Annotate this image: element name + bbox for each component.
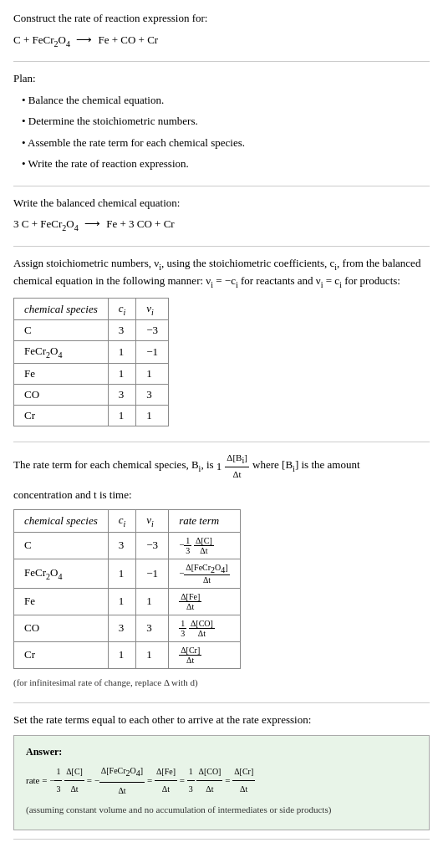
header-title: Construct the rate of reaction expressio… — [13, 10, 430, 27]
table-row: Cr 1 1 — [14, 406, 169, 426]
rt-rate-Cr: Δ[Cr]Δt — [169, 641, 241, 668]
stoich-col-vi: νi — [136, 298, 169, 320]
rt-species-Cr: Cr — [14, 641, 109, 668]
rt-species-FeCr2O4: FeCr2O4 — [14, 559, 109, 588]
rt-species-C: C — [14, 532, 109, 559]
table-row: FeCr2O4 1 −1 −Δ[FeCr2O4]Δt — [14, 559, 241, 588]
ci-CO: 3 — [108, 385, 136, 406]
plan-section: Plan: • Balance the chemical equation. •… — [13, 70, 430, 186]
set-equal-text: Set the rate terms equal to each other t… — [13, 712, 430, 728]
rt-col-vi: νi — [136, 510, 169, 533]
rt-vi-Cr: 1 — [136, 641, 169, 668]
rt-ci-Fe: 1 — [108, 588, 136, 615]
plan-step-4: • Write the rate of reaction expression. — [13, 156, 430, 172]
rt-col-ci: ci — [108, 510, 136, 533]
rt-rate-CO: 13 Δ[CO]Δt — [169, 615, 241, 641]
stoich-col-ci: ci — [108, 298, 136, 320]
ci-Fe: 1 — [108, 364, 136, 385]
ci-Cr: 1 — [108, 406, 136, 426]
balanced-title: Write the balanced chemical equation: — [13, 195, 430, 212]
rt-col-rate: rate term — [169, 510, 241, 533]
rt-col-species: chemical species — [14, 510, 109, 533]
rt-rate-Fe: Δ[Fe]Δt — [169, 588, 241, 615]
plan-step-1: • Balance the chemical equation. — [13, 92, 430, 109]
table-row: CO 3 3 — [14, 385, 169, 406]
answer-box: Answer: rate = −13 Δ[C]Δt = −Δ[FeCr2O4]Δ… — [13, 735, 430, 831]
vi-FeCr2O4: −1 — [136, 341, 169, 364]
rate-terms-table: chemical species ci νi rate term C 3 −3 … — [13, 509, 241, 669]
rt-vi-CO: 3 — [136, 615, 169, 641]
answer-expression: rate = −13 Δ[C]Δt = −Δ[FeCr2O4]Δt = Δ[Fe… — [26, 763, 417, 799]
plan-step-3: • Assemble the rate term for each chemic… — [13, 135, 430, 151]
vi-Fe: 1 — [136, 364, 169, 385]
stoich-intro: Assign stoichiometric numbers, νi, using… — [13, 255, 430, 291]
table-row: FeCr2O4 1 −1 — [14, 341, 169, 364]
rt-rate-FeCr2O4: −Δ[FeCr2O4]Δt — [169, 559, 241, 588]
stoich-table: chemical species ci νi C 3 −3 FeCr2O4 1 … — [13, 298, 169, 426]
vi-Cr: 1 — [136, 406, 169, 426]
answer-label: Answer: — [26, 744, 417, 759]
species-Fe: Fe — [14, 364, 109, 385]
ci-C: 3 — [108, 320, 136, 341]
rt-ci-FeCr2O4: 1 — [108, 559, 136, 588]
ci-FeCr2O4: 1 — [108, 341, 136, 364]
stoich-col-species: chemical species — [14, 298, 109, 320]
rt-rate-C: −13 Δ[C]Δt — [169, 532, 241, 559]
balanced-section: Write the balanced chemical equation: 3 … — [13, 195, 430, 247]
plan-step-2: • Determine the stoichiometric numbers. — [13, 113, 430, 130]
table-row: C 3 −3 — [14, 320, 169, 341]
stoich-section: Assign stoichiometric numbers, νi, using… — [13, 255, 430, 442]
rate-terms-intro: The rate term for each chemical species,… — [13, 451, 430, 482]
species-C: C — [14, 320, 109, 341]
header-reaction: C + FeCr2O4 ⟶ Fe + CO + Cr — [13, 32, 430, 50]
species-FeCr2O4: FeCr2O4 — [14, 341, 109, 364]
table-row: Cr 1 1 Δ[Cr]Δt — [14, 641, 241, 668]
rt-ci-C: 3 — [108, 532, 136, 559]
rt-ci-CO: 3 — [108, 615, 136, 641]
balanced-equation: 3 C + FeCr2O4 ⟶ Fe + 3 CO + Cr — [13, 216, 430, 234]
table-row: Fe 1 1 — [14, 364, 169, 385]
plan-title: Plan: — [13, 70, 430, 87]
rt-vi-C: −3 — [136, 532, 169, 559]
rate-terms-intro2: concentration and t is time: — [13, 487, 430, 503]
vi-C: −3 — [136, 320, 169, 341]
header-section: Construct the rate of reaction expressio… — [13, 10, 430, 62]
answer-section: Set the rate terms equal to each other t… — [13, 712, 430, 840]
rt-ci-Cr: 1 — [108, 641, 136, 668]
species-CO: CO — [14, 385, 109, 406]
rate-terms-footnote: (for infinitesimal rate of change, repla… — [13, 676, 430, 690]
vi-CO: 3 — [136, 385, 169, 406]
species-Cr: Cr — [14, 406, 109, 426]
table-row: C 3 −3 −13 Δ[C]Δt — [14, 532, 241, 559]
rt-species-CO: CO — [14, 615, 109, 641]
rt-vi-FeCr2O4: −1 — [136, 559, 169, 588]
rate-terms-section: The rate term for each chemical species,… — [13, 451, 430, 703]
rt-vi-Fe: 1 — [136, 588, 169, 615]
table-row: CO 3 3 13 Δ[CO]Δt — [14, 615, 241, 641]
rt-species-Fe: Fe — [14, 588, 109, 615]
table-row: Fe 1 1 Δ[Fe]Δt — [14, 588, 241, 615]
answer-footnote: (assuming constant volume and no accumul… — [26, 803, 417, 817]
